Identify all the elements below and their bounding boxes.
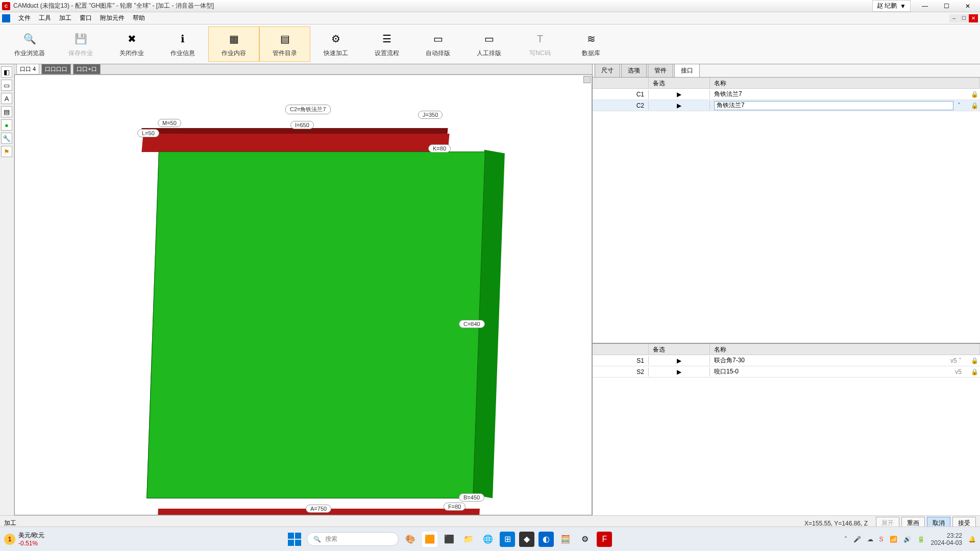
dim-c[interactable]: C=840	[459, 320, 485, 328]
row-marker[interactable]: ▶	[649, 367, 710, 377]
tab-connectors[interactable]: 接口	[674, 64, 700, 77]
mdi-close[interactable]: ✕	[969, 14, 978, 22]
status-coordinates: X=155.55, Y=146.86, Z	[804, 520, 868, 527]
dim-l[interactable]: L=50	[137, 129, 159, 137]
taskbar-app-3[interactable]: ◆	[519, 532, 534, 547]
tray-battery-icon[interactable]: 🔋	[917, 536, 925, 543]
lock-icon[interactable]: 🔒	[969, 357, 980, 364]
tray-ime-icon[interactable]: S	[879, 536, 884, 543]
taskbar-search[interactable]: 🔍 搜索	[307, 532, 399, 546]
taskbar-app-4[interactable]: ◐	[538, 532, 554, 547]
toolbar-btn-4[interactable]: ▦作业内容	[208, 27, 259, 62]
dim-i[interactable]: I=650	[290, 121, 314, 129]
start-button[interactable]	[286, 531, 303, 547]
close-button[interactable]: ✕	[958, 1, 978, 11]
lock-icon[interactable]: 🔒	[969, 368, 980, 375]
vp-tab-3[interactable]: 口口+口	[73, 64, 100, 74]
tool-text-icon[interactable]: A	[1, 93, 12, 104]
row-id: C1	[593, 90, 649, 99]
dim-b[interactable]: B=450	[459, 493, 484, 502]
user-dropdown[interactable]: 赵 纪鹏 ▼	[872, 0, 911, 12]
toolbar-btn-7[interactable]: ☰设置流程	[361, 27, 412, 62]
menu-process[interactable]: 加工	[55, 13, 76, 23]
col-alternate-2[interactable]: 备选	[649, 344, 710, 355]
minimize-button[interactable]: —	[915, 1, 935, 11]
lock-icon[interactable]: 🔒	[969, 102, 980, 109]
vp-tab-1[interactable]: 口口 4	[16, 64, 39, 74]
titlebar: C CAMduct (未指定13) - 配置 "GH图库" - 轮廓 "全球" …	[0, 0, 980, 12]
tray-volume-icon[interactable]: 🔊	[903, 536, 911, 543]
lock-icon[interactable]: 🔒	[969, 91, 980, 98]
tool-flag-icon[interactable]: ⚑	[1, 146, 12, 157]
dim-k[interactable]: K=80	[428, 144, 451, 153]
edge-icon[interactable]: 🌐	[480, 532, 496, 547]
seams-grid: 备选 名称 S1▶联合角7-30v5 ˅🔒S2▶咬口15-0v5🔒	[593, 343, 980, 515]
3d-viewport[interactable]: C2=角铁法兰7 M=50 I=650 J=350 L=50 K=80 C=84…	[14, 74, 592, 515]
taskbar-app-2[interactable]: ⬛	[442, 532, 457, 547]
tab-fittings[interactable]: 管件	[648, 64, 673, 77]
scroll-indicator[interactable]	[583, 76, 591, 83]
seam-row-S2[interactable]: S2▶咬口15-0v5🔒	[593, 366, 980, 378]
maximize-button[interactable]: ☐	[936, 1, 957, 11]
row-version[interactable]: v5	[955, 368, 962, 375]
notifications-icon[interactable]: 🔔	[968, 536, 976, 543]
explorer-icon[interactable]: 📁	[461, 532, 476, 547]
mdi-restore[interactable]: ☐	[959, 14, 968, 22]
name-input[interactable]	[714, 101, 953, 110]
dropdown-icon[interactable]: ˅	[953, 102, 965, 109]
menu-window[interactable]: 窗口	[76, 13, 96, 23]
dim-c2[interactable]: C2=角铁法兰7	[285, 105, 331, 114]
calculator-icon[interactable]: 🧮	[558, 532, 573, 547]
vp-tab-2[interactable]: 口口口口	[41, 64, 71, 74]
toolbar-btn-8[interactable]: ▭自动排版	[412, 27, 463, 62]
row-marker[interactable]: ▶	[649, 356, 710, 365]
toolbar-btn-5[interactable]: ▤管件目录	[259, 27, 310, 62]
store-icon[interactable]: ⊞	[500, 532, 515, 547]
menu-addons[interactable]: 附加元件	[96, 13, 129, 23]
col-name-2[interactable]: 名称	[710, 344, 980, 355]
stock-widget[interactable]: 1 美元/欧元 -0.51%	[4, 531, 44, 547]
app-icon: C	[2, 2, 10, 10]
connector-row-C2[interactable]: C2▶˅🔒	[593, 100, 980, 111]
row-marker[interactable]: ▶	[649, 90, 710, 99]
toolbar-btn-11[interactable]: ≋数据库	[566, 27, 617, 62]
viewport-tabs: 口口 4 口口口口 口口+口	[14, 64, 592, 74]
toolbar-icon: ≋	[583, 31, 599, 47]
taskbar-clock[interactable]: 23:22 2024-04-03	[931, 532, 962, 546]
tray-mic-icon[interactable]: 🎤	[853, 536, 861, 543]
toolbar-btn-0[interactable]: 🔍作业浏览器	[4, 27, 55, 62]
connector-row-C1[interactable]: C1▶角铁法兰7🔒	[593, 89, 980, 100]
tray-cloud-icon[interactable]: ☁	[867, 536, 873, 543]
toolbar-btn-9[interactable]: ▭人工排版	[463, 27, 514, 62]
mdi-minimize[interactable]: –	[949, 14, 959, 22]
dim-a[interactable]: A=750	[306, 505, 331, 513]
tool-circle-icon[interactable]: ●	[1, 119, 12, 131]
menu-file[interactable]: 文件	[14, 13, 35, 23]
tray-wifi-icon[interactable]: 📶	[890, 536, 897, 543]
tool-wrench-icon[interactable]: 🔧	[1, 133, 12, 144]
dim-m[interactable]: M=50	[158, 119, 181, 127]
taskbar-app-5[interactable]: ⚙	[577, 532, 593, 547]
menu-tools[interactable]: 工具	[35, 13, 55, 23]
tool-cube-icon[interactable]: ◧	[1, 66, 12, 78]
col-alternate[interactable]: 备选	[649, 78, 710, 88]
taskbar-app-1[interactable]: 🟧	[422, 532, 437, 547]
window-title: CAMduct (未指定13) - 配置 "GH图库" - 轮廓 "全球" - …	[13, 2, 872, 10]
camduct-taskbar-icon[interactable]: F	[597, 532, 612, 547]
tray-chevron-icon[interactable]: ˄	[844, 536, 847, 543]
row-version[interactable]: v5 ˅	[950, 357, 962, 364]
tab-options[interactable]: 选项	[621, 64, 647, 77]
dim-f[interactable]: F=80	[444, 503, 465, 511]
tool-box-icon[interactable]: ▭	[1, 80, 12, 91]
seam-row-S1[interactable]: S1▶联合角7-30v5 ˅🔒	[593, 355, 980, 366]
tool-layer-icon[interactable]: ▤	[1, 106, 12, 117]
row-marker[interactable]: ▶	[649, 101, 710, 110]
toolbar-btn-2[interactable]: ✖关闭作业	[106, 27, 157, 62]
toolbar-btn-6[interactable]: ⚙快速加工	[310, 27, 361, 62]
dim-j[interactable]: J=350	[418, 111, 443, 119]
menu-help[interactable]: 帮助	[129, 13, 149, 23]
toolbar-btn-3[interactable]: ℹ作业信息	[157, 27, 208, 62]
copilot-icon[interactable]: 🎨	[403, 532, 418, 547]
tab-dimensions[interactable]: 尺寸	[595, 64, 620, 77]
col-name[interactable]: 名称	[710, 78, 980, 88]
